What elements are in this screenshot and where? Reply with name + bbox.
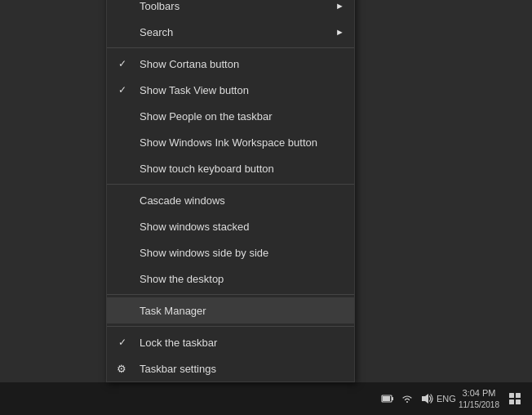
- menu-item-search[interactable]: Search ►: [107, 19, 354, 45]
- menu-item-show-cortana-label: Show Cortana button: [140, 58, 341, 70]
- arrow-icon: ►: [335, 1, 344, 11]
- volume-icon[interactable]: [419, 391, 434, 406]
- svg-rect-1: [392, 397, 393, 400]
- language-label: ENG: [437, 394, 456, 404]
- menu-item-lock-taskbar-label: Lock the taskbar: [140, 337, 341, 349]
- menu-item-toolbars[interactable]: Toolbars ►: [107, 0, 354, 19]
- menu-item-show-sidebyside-label: Show windows side by side: [140, 247, 341, 259]
- notification-button[interactable]: [504, 388, 525, 409]
- menu-item-cascade[interactable]: Cascade windows: [107, 187, 354, 213]
- menu-item-show-cortana[interactable]: ✓ Show Cortana button: [107, 51, 354, 77]
- battery-icon[interactable]: [380, 391, 395, 406]
- svg-rect-7: [516, 399, 521, 404]
- menu-item-show-people[interactable]: Show People on the taskbar: [107, 103, 354, 129]
- wifi-icon[interactable]: [400, 391, 415, 406]
- separator-4: [107, 326, 354, 327]
- menu-item-lock-taskbar[interactable]: ✓ Lock the taskbar: [107, 329, 354, 355]
- separator-1: [107, 47, 354, 48]
- menu-item-show-taskview[interactable]: ✓ Show Task View button: [107, 77, 354, 103]
- menu-item-show-taskview-label: Show Task View button: [140, 84, 341, 96]
- menu-item-show-stacked-label: Show windows stacked: [140, 221, 341, 233]
- menu-item-show-stacked[interactable]: Show windows stacked: [107, 213, 354, 239]
- menu-item-show-ink[interactable]: Show Windows Ink Workspace button: [107, 129, 354, 155]
- menu-item-taskbar-settings[interactable]: ⚙ Taskbar settings: [107, 355, 354, 382]
- menu-item-taskbar-settings-label: Taskbar settings: [140, 363, 341, 375]
- time-display: 3:04 PM: [462, 387, 495, 399]
- taskbar-clock[interactable]: 3:04 PM 11/15/2018: [459, 387, 499, 409]
- menu-item-show-sidebyside[interactable]: Show windows side by side: [107, 239, 354, 266]
- context-menu: Toolbars ► Search ► ✓ Show Cortana butto…: [106, 0, 355, 382]
- check-icon-taskview: ✓: [118, 84, 126, 96]
- menu-item-task-manager[interactable]: Task Manager: [107, 297, 354, 324]
- gear-icon: ⚙: [117, 363, 126, 375]
- svg-rect-6: [509, 399, 514, 404]
- menu-item-show-ink-label: Show Windows Ink Workspace button: [140, 136, 341, 149]
- taskbar: ENG 3:04 PM 11/15/2018: [0, 382, 532, 415]
- check-icon-lock: ✓: [118, 337, 126, 348]
- menu-item-cascade-label: Cascade windows: [140, 194, 341, 207]
- menu-item-show-people-label: Show People on the taskbar: [140, 110, 341, 123]
- svg-rect-2: [383, 396, 390, 401]
- language-icon[interactable]: ENG: [439, 391, 454, 406]
- menu-item-show-touch-label: Show touch keyboard button: [140, 163, 341, 175]
- date-display: 11/15/2018: [459, 399, 499, 410]
- menu-item-toolbars-label: Toolbars: [140, 0, 341, 12]
- svg-rect-5: [516, 393, 521, 398]
- arrow-icon: ►: [335, 27, 344, 37]
- menu-item-show-desktop-label: Show the desktop: [140, 273, 341, 285]
- menu-item-task-manager-label: Task Manager: [140, 305, 341, 317]
- separator-2: [107, 184, 354, 185]
- menu-item-show-touch[interactable]: Show touch keyboard button: [107, 155, 354, 181]
- separator-3: [107, 294, 354, 295]
- taskbar-tray: ENG 3:04 PM 11/15/2018: [380, 387, 525, 409]
- check-icon-cortana: ✓: [118, 58, 126, 69]
- menu-item-search-label: Search: [140, 26, 341, 38]
- svg-rect-4: [509, 393, 514, 398]
- svg-marker-3: [422, 394, 428, 404]
- menu-item-show-desktop[interactable]: Show the desktop: [107, 266, 354, 292]
